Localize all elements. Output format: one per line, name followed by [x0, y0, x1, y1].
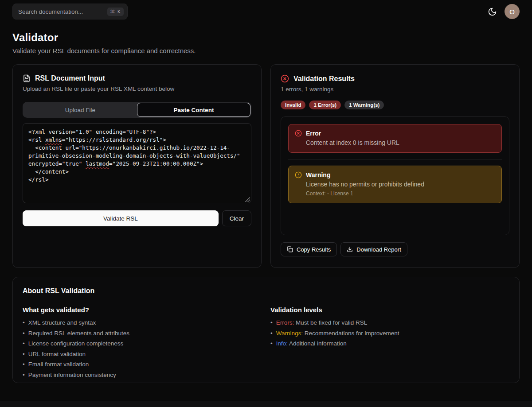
- footer-strip: [0, 401, 532, 407]
- header-actions: O: [486, 4, 520, 19]
- input-card-title: RSL Document Input: [35, 74, 105, 82]
- file-text-icon: [23, 74, 31, 82]
- level-label-warnings: Warnings:: [276, 330, 303, 337]
- cards-row: RSL Document Input Upload an RSL file or…: [12, 64, 520, 268]
- results-card-title: Validation Results: [293, 75, 355, 83]
- warning-message: License has no permits or prohibits defi…: [306, 181, 495, 188]
- results-badges: Invalid 1 Error(s) 1 Warning(s): [281, 101, 509, 109]
- download-report-button[interactable]: Download Report: [340, 242, 407, 256]
- error-message: Content at index 0 is missing URL: [306, 139, 495, 146]
- results-list: Error Content at index 0 is missing URL …: [281, 116, 509, 235]
- copy-results-label: Copy Results: [297, 246, 331, 253]
- levels-heading: Validation levels: [270, 306, 509, 314]
- error-title: Error: [306, 130, 321, 137]
- what-list: •XML structure and syntax •Required RSL …: [23, 319, 262, 378]
- resize-handle[interactable]: [245, 197, 250, 202]
- list-item: •Required RSL elements and attributes: [23, 330, 262, 337]
- moon-icon: [488, 7, 497, 16]
- list-item: •Info: Additional information: [270, 340, 509, 347]
- status-badge: Invalid: [281, 101, 305, 109]
- about-what-column: What gets validated? •XML structure and …: [23, 306, 262, 382]
- error-result-item: Error Content at index 0 is missing URL: [288, 124, 502, 153]
- level-label-errors: Errors:: [276, 319, 294, 326]
- list-item: •Payment information consistency: [23, 372, 262, 378]
- warning-context: Context: - License 1: [306, 190, 495, 197]
- search-input[interactable]: Search documentation... ⌘ K: [12, 4, 128, 19]
- about-card: About RSL Validation What gets validated…: [12, 277, 520, 383]
- download-icon: [347, 246, 353, 252]
- page-subtitle: Validate your RSL documents for complian…: [12, 47, 520, 54]
- list-item: •Warnings: Recommendations for improveme…: [270, 330, 509, 337]
- list-item: •Errors: Must be fixed for valid RSL: [270, 319, 509, 326]
- list-item: •License configuration completeness: [23, 340, 262, 347]
- list-item: •XML structure and syntax: [23, 319, 262, 326]
- xml-content-textarea[interactable]: <?xml version="1.0" encoding="UTF-8"?> <…: [23, 123, 251, 203]
- about-levels-column: Validation levels •Errors: Must be fixed…: [270, 306, 509, 382]
- list-item: •Email format validation: [23, 361, 262, 368]
- results-summary: 1 errors, 1 warnings: [281, 86, 509, 93]
- result-divider: [288, 159, 502, 159]
- what-heading: What gets validated?: [23, 306, 262, 314]
- level-label-info: Info:: [276, 340, 288, 347]
- warnings-count-badge: 1 Warning(s): [344, 101, 384, 109]
- validator-page: Search documentation... ⌘ K O Validator …: [0, 0, 532, 383]
- top-bar: Search documentation... ⌘ K O: [12, 4, 520, 19]
- circle-x-icon: [295, 130, 302, 137]
- search-placeholder: Search documentation...: [18, 8, 83, 15]
- tab-upload-file[interactable]: Upload File: [23, 103, 137, 117]
- page-heading: Validator Validate your RSL documents fo…: [12, 31, 520, 54]
- validation-results-card: Validation Results 1 errors, 1 warnings …: [270, 64, 520, 268]
- download-report-label: Download Report: [356, 246, 401, 253]
- levels-list: •Errors: Must be fixed for valid RSL •Wa…: [270, 319, 509, 347]
- rsl-input-card: RSL Document Input Upload an RSL file or…: [12, 64, 262, 268]
- input-card-subtitle: Upload an RSL file or paste your RSL XML…: [23, 85, 251, 92]
- copy-icon: [287, 246, 293, 252]
- page-title: Validator: [12, 31, 520, 44]
- about-title: About RSL Validation: [23, 287, 509, 295]
- warning-result-item: Warning License has no permits or prohib…: [288, 166, 502, 203]
- avatar[interactable]: O: [505, 4, 520, 19]
- keyboard-shortcut-badge: ⌘ K: [107, 8, 124, 16]
- copy-results-button[interactable]: Copy Results: [281, 242, 337, 256]
- tab-paste-content[interactable]: Paste Content: [137, 103, 250, 117]
- validate-rsl-button[interactable]: Validate RSL: [23, 210, 219, 226]
- clear-button[interactable]: Clear: [222, 210, 251, 226]
- circle-x-icon: [281, 74, 289, 83]
- theme-toggle-button[interactable]: [486, 5, 498, 18]
- circle-alert-icon: [295, 171, 302, 178]
- errors-count-badge: 1 Error(s): [309, 101, 341, 109]
- avatar-initial: O: [509, 8, 515, 16]
- results-actions: Copy Results Download Report: [281, 242, 509, 256]
- warning-title: Warning: [306, 171, 330, 178]
- input-mode-tabs: Upload File Paste Content: [23, 102, 251, 118]
- list-item: •URL format validation: [23, 351, 262, 357]
